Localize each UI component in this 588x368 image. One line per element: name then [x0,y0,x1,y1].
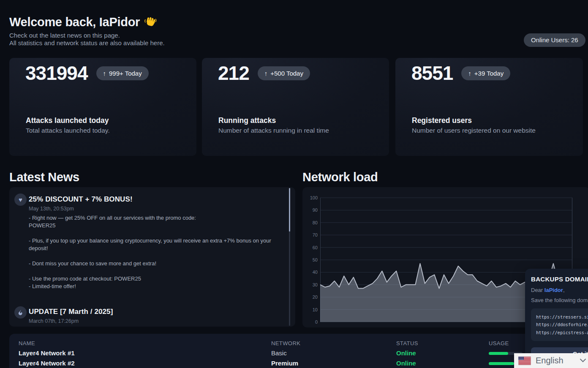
stat-badge-label: +500 Today [270,66,303,80]
flame-icon [14,306,27,319]
table-header-network: NETWORK [271,340,300,346]
stat-description: Total attacks launched today. [26,127,110,134]
status-badge: Online [396,349,416,357]
news-scrollbar-track[interactable] [289,188,290,326]
stat-title: Attacks launched today [26,116,109,125]
y-tick-label: 10 [302,307,318,312]
status-badge: Online [396,360,416,367]
y-tick-label: 100 [302,195,318,200]
stat-description: Number of attacks running in real time [218,127,329,134]
news-item-body: - Right now — get 25% OFF on all our ser… [29,214,276,290]
wave-emoji-icon [144,16,157,29]
backup-domain: https://epicstress-api [536,329,588,336]
network-name: Layer4 Network #1 [19,349,75,357]
stat-value: 8551 [411,62,453,85]
heart-icon: ♥ [14,194,27,206]
stat-value: 212 [218,62,249,85]
page-title: Welcome back, IaPidor [9,15,157,29]
news-item-date: March 07th, 17:26pm [29,318,79,324]
y-tick-label: 40 [302,270,318,275]
y-tick-label: 90 [302,207,318,213]
table-header-status: STATUS [396,340,418,346]
stat-card-attacks-today: 331994 ↑999+ Today Attacks launched toda… [9,58,196,156]
stat-trend-badge: ↑+500 Today [258,66,310,80]
news-item-title: 25% DISCOUNT + 7% BONUS! [29,195,133,204]
y-tick-label: 70 [302,232,318,237]
backup-domain: https://ddosforhire.to [536,321,588,328]
table-header-name: NAME [19,340,35,346]
y-tick-label: 50 [302,257,318,262]
subtitle-line-2: All statistics and network status are al… [9,39,165,46]
stat-description: Number of users registered on our websit… [412,127,536,134]
y-tick-label: 30 [302,282,318,287]
latest-news-heading: Latest News [9,170,79,184]
us-flag-icon [518,357,531,365]
stat-card-running-attacks: 212 ↑+500 Today Running attacks Number o… [202,58,389,156]
stat-trend-badge: ↑+39 Today [461,66,510,80]
up-arrow-icon: ↑ [468,66,471,80]
network-tier: Premium [271,360,298,367]
subtitle-line-1: Check out the latest news on this page. [9,32,120,39]
usage-bar-fill [489,362,514,365]
news-item-title: UPDATE [7 Marth / 2025] [29,308,113,316]
language-label: English [536,356,564,365]
up-arrow-icon: ↑ [264,66,268,80]
backup-domain: https://stressers.site [536,313,588,321]
y-tick-label: 20 [302,294,318,300]
y-tick-label: 0 [302,319,318,324]
stat-value: 331994 [25,62,88,85]
stat-title: Registered users [412,116,472,125]
popup-title: BACKUPS DOMAINS [531,275,588,283]
usage-bar-fill [489,352,508,355]
chart-y-axis-labels: 0102030405060708090100 [302,198,318,322]
news-item-date: May 13th, 20:53pm [29,206,74,212]
stat-trend-badge: ↑999+ Today [96,66,149,80]
stat-badge-label: 999+ Today [109,66,142,80]
y-tick-label: 60 [302,245,318,250]
network-tier: Basic [271,349,287,357]
network-name: Layer4 Network #2 [19,360,75,367]
networks-table: NAME NETWORK STATUS USAGE Layer4 Network… [9,334,583,368]
popup-greeting: Dear IaPidor, [531,287,588,293]
welcome-text: Welcome back, IaPidor [9,15,140,29]
up-arrow-icon: ↑ [103,66,106,80]
stat-title: Running attacks [218,116,276,125]
news-scrollbar-thumb[interactable] [289,188,290,232]
popup-message: Save the following domains [531,297,588,303]
table-header-usage: USAGE [489,340,509,346]
backup-domains-list: https://stressers.site https://ddosforhi… [531,308,588,341]
username-link: IaPidor [544,287,563,293]
online-users-badge: Online Users: 26 [524,33,585,47]
language-selector[interactable]: English [514,353,588,368]
chevron-down-icon [580,358,586,363]
stat-card-registered-users: 8551 ↑+39 Today Registered users Number … [395,58,583,156]
latest-news-panel: ♥ 25% DISCOUNT + 7% BONUS! May 13th, 20:… [9,187,295,327]
y-tick-label: 80 [302,220,318,225]
stat-badge-label: +39 Today [474,66,504,80]
network-load-heading: Network load [302,170,378,184]
